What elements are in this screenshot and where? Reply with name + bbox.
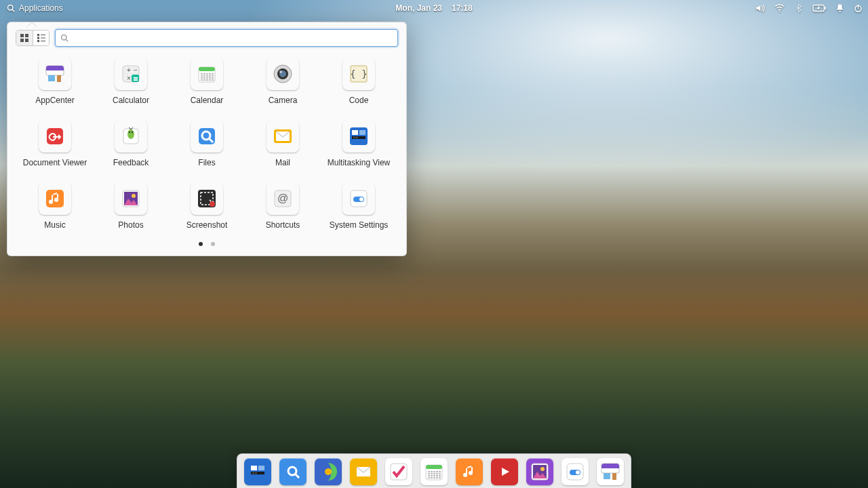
- svg-rect-7: [20, 34, 24, 37]
- app-photos[interactable]: Photos: [93, 182, 169, 230]
- app-code[interactable]: { }Code: [321, 58, 397, 105]
- svg-rect-11: [37, 34, 39, 36]
- list-view-button[interactable]: [33, 30, 49, 45]
- svg-rect-30: [199, 67, 215, 71]
- svg-text:×: ×: [127, 75, 131, 82]
- svg-rect-119: [431, 477, 433, 479]
- svg-rect-20: [48, 75, 55, 81]
- svg-rect-102: [426, 465, 442, 469]
- dock-music[interactable]: [456, 458, 483, 485]
- files-icon: [191, 120, 223, 152]
- svg-point-2: [779, 11, 781, 12]
- dock-videos[interactable]: [491, 458, 518, 485]
- wifi-icon[interactable]: [774, 3, 785, 13]
- dock-appcenter[interactable]: [597, 458, 624, 485]
- grid-view-button[interactable]: [16, 30, 33, 45]
- dock-multitasking-view[interactable]: [244, 458, 271, 485]
- svg-rect-12: [41, 35, 45, 35]
- svg-rect-107: [439, 471, 441, 472]
- svg-rect-15: [37, 40, 39, 42]
- svg-line-18: [66, 39, 68, 41]
- svg-rect-43: [206, 77, 208, 79]
- svg-point-17: [62, 35, 67, 41]
- panel-date[interactable]: Mon, Jan 23: [395, 3, 442, 13]
- volume-icon[interactable]: [755, 3, 765, 13]
- page-dot-1[interactable]: [199, 242, 203, 246]
- app-files[interactable]: Files: [169, 120, 245, 167]
- svg-rect-13: [37, 37, 39, 39]
- dock-system-settings[interactable]: [561, 458, 589, 485]
- svg-rect-32: [203, 73, 205, 75]
- svg-rect-73: [353, 137, 355, 138]
- battery-charging-icon[interactable]: [812, 4, 826, 12]
- svg-rect-35: [212, 73, 214, 75]
- app-screenshot[interactable]: Screenshot: [169, 182, 245, 230]
- svg-rect-108: [428, 473, 430, 474]
- app-multitasking-view[interactable]: Multitasking View: [321, 120, 397, 167]
- app-calendar[interactable]: Calendar: [169, 58, 245, 105]
- applications-popover: AppCenter+−×CalculatorCalendarCamera{ }C…: [7, 22, 407, 256]
- app-label: AppCenter: [35, 96, 74, 105]
- page-dot-2[interactable]: [211, 242, 215, 246]
- svg-rect-38: [206, 75, 208, 77]
- app-camera[interactable]: Camera: [245, 58, 321, 105]
- power-icon[interactable]: [854, 3, 863, 13]
- dock-photos[interactable]: [526, 458, 553, 485]
- app-label: Multitasking View: [328, 158, 390, 167]
- svg-rect-27: [134, 77, 138, 79]
- feedback-icon: [115, 120, 147, 152]
- dock-files[interactable]: [279, 458, 307, 485]
- shortcuts-icon: @: [267, 182, 299, 215]
- app-music[interactable]: Music: [17, 182, 93, 230]
- svg-rect-122: [439, 477, 441, 479]
- svg-point-54: [279, 70, 282, 73]
- svg-point-0: [8, 5, 14, 11]
- page-indicator: [7, 237, 406, 256]
- app-label: Camera: [269, 96, 298, 105]
- svg-text:{ }: { }: [350, 68, 367, 79]
- svg-rect-113: [428, 475, 430, 476]
- svg-rect-70: [352, 130, 358, 135]
- svg-rect-41: [201, 77, 203, 79]
- svg-point-130: [576, 470, 580, 474]
- calendar-icon: [191, 58, 223, 90]
- app-appcenter[interactable]: AppCenter: [17, 58, 93, 105]
- app-label: Photos: [118, 220, 143, 230]
- svg-rect-117: [439, 475, 441, 476]
- notifications-icon[interactable]: [835, 3, 844, 13]
- app-shortcuts[interactable]: @Shortcuts: [245, 182, 321, 230]
- svg-rect-16: [41, 41, 45, 41]
- svg-rect-71: [359, 130, 366, 135]
- svg-rect-42: [203, 77, 205, 79]
- app-label: Calculator: [113, 96, 149, 105]
- dock-mail[interactable]: [350, 458, 377, 485]
- system-tray: [755, 3, 863, 13]
- dock-tasks[interactable]: [385, 458, 412, 485]
- app-mail[interactable]: Mail: [245, 120, 321, 167]
- app-search-input[interactable]: [55, 29, 398, 47]
- app-system-settings[interactable]: System Settings: [321, 182, 397, 230]
- svg-rect-121: [436, 477, 438, 479]
- svg-rect-47: [203, 79, 205, 81]
- app-calculator[interactable]: +−×Calculator: [93, 58, 169, 105]
- svg-point-97: [325, 468, 332, 475]
- svg-point-61: [132, 131, 133, 133]
- svg-rect-115: [433, 475, 435, 476]
- svg-point-127: [540, 467, 545, 471]
- calculator-icon: +−×: [115, 58, 147, 90]
- svg-text:−: −: [134, 66, 138, 74]
- applications-menu-button[interactable]: Applications: [0, 0, 70, 16]
- svg-point-60: [129, 131, 130, 133]
- dock-calendar[interactable]: [420, 458, 448, 485]
- app-label: Calendar: [191, 96, 224, 105]
- svg-rect-44: [209, 77, 211, 79]
- appcenter-icon: [39, 58, 71, 90]
- svg-rect-118: [428, 477, 430, 479]
- bluetooth-disabled-icon[interactable]: [794, 3, 803, 13]
- app-document-viewer[interactable]: Document Viewer: [17, 120, 93, 167]
- app-feedback[interactable]: Feedback: [93, 120, 169, 167]
- dock-web-browser[interactable]: [315, 458, 342, 485]
- top-panel: Applications Mon, Jan 23 17:18: [0, 0, 868, 16]
- panel-time[interactable]: 17:18: [452, 3, 473, 13]
- app-label: Files: [198, 158, 215, 167]
